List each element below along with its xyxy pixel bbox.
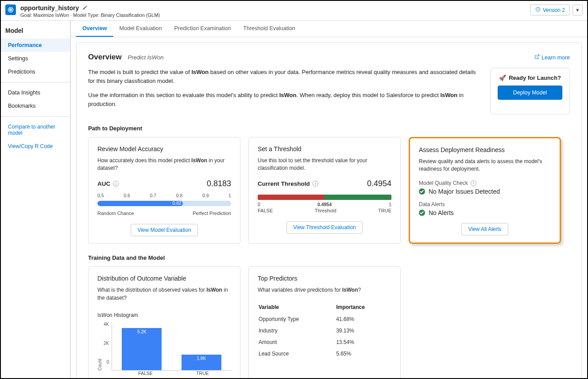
learn-more-label: Learn more (542, 55, 570, 61)
threshold-label: Current Threshold i (258, 180, 318, 187)
chevron-down-icon: ▾ (576, 7, 579, 13)
overview-panel: Overview Predict IsWon Learn more The mo… (76, 43, 582, 379)
deploy-model-button[interactable]: Deploy Model (498, 86, 562, 100)
table-row: Amount13.54% (259, 337, 391, 348)
overview-description: The model is built to predict the value … (88, 68, 478, 114)
overview-subtitle: Predict IsWon (128, 54, 164, 61)
page-subtitle: Goal: Maximize IsWon · Model Type: Binar… (20, 12, 160, 18)
header-titles: opportunity_history Goal: Maximize IsWon… (20, 4, 160, 18)
threshold-bar (258, 195, 391, 200)
rocket-icon: 🚀 (499, 74, 506, 81)
card-desc: Use this tool to set the threshold value… (258, 157, 391, 172)
clock-icon (535, 7, 541, 13)
sidebar-item-performance[interactable]: Performance (1, 39, 70, 52)
tab-model-evaluation[interactable]: Model Evaluation (113, 21, 168, 37)
info-icon[interactable]: i (471, 180, 476, 186)
histogram-bar-false: 5.2K (122, 328, 162, 370)
predictors-table: Variable Importance Opportunity Type41.6… (258, 301, 391, 360)
sidebar-item-predictions[interactable]: Predictions (1, 65, 70, 78)
quality-check-label: Model Quality Check i (419, 180, 551, 186)
tab-overview[interactable]: Overview (76, 21, 113, 37)
card-title: Set a Threshold (258, 145, 391, 152)
data-alerts-label: Data Alerts (419, 201, 551, 207)
sidebar-link-compare[interactable]: Compare to another model (1, 120, 70, 140)
tab-threshold-evaluation[interactable]: Threshold Evaluation (237, 21, 301, 37)
tab-prediction-examination[interactable]: Prediction Examination (168, 21, 237, 37)
quality-check-text: No Major Issues Detected (429, 188, 500, 195)
check-circle-icon (419, 188, 425, 195)
auc-label: AUC i (97, 180, 119, 187)
auc-ticks: 0.50.60.70.80.91 (97, 193, 231, 198)
card-model-accuracy: Review Model Accuracy How accurately doe… (88, 137, 240, 244)
auc-value: 0.8183 (207, 179, 231, 188)
table-header: Variable Importance (259, 301, 391, 313)
card-title: Distribution of Outcome Variable (97, 275, 231, 282)
auc-right-label: Perfect Prediction (193, 211, 231, 216)
data-alerts-text: No Alerts (429, 209, 454, 216)
app-icon (5, 4, 16, 15)
card-desc: Review quality and data alerts to assess… (419, 158, 551, 173)
table-row: Opportunity Type41.68% (259, 314, 391, 324)
card-desc: How accurately does this model predict I… (97, 157, 231, 172)
sidebar-title: Model (1, 21, 70, 39)
threshold-ticks: 0 0.4954 1 (258, 202, 391, 207)
col-variable: Variable (259, 301, 335, 313)
version-button[interactable]: Version 2 (530, 4, 570, 16)
view-all-alerts-button[interactable]: View All Alerts (461, 223, 508, 235)
external-link-icon (534, 54, 540, 61)
sidebar-link-r-code[interactable]: View/Copy R Code (1, 140, 70, 153)
col-importance: Importance (336, 301, 391, 313)
info-icon[interactable]: i (313, 181, 318, 187)
histogram-yticks: 4K 2K 0 (104, 322, 112, 371)
card-distribution: Distribution of Outcome Variable What is… (88, 266, 240, 379)
section-training-data: Training Data and the Model (88, 254, 570, 261)
learn-more-link[interactable]: Learn more (534, 54, 570, 61)
histogram-bar-true: 1.9K (182, 355, 221, 370)
auc-left-label: Random Chance (97, 211, 134, 216)
view-threshold-evaluation-button[interactable]: View Threshold Evaluation (286, 221, 363, 234)
section-path-to-deployment: Path to Deployment (88, 125, 570, 132)
header-menu-button[interactable]: ▾ (573, 4, 583, 16)
overview-title: Overview (88, 53, 122, 62)
card-threshold: Set a Threshold Use this tool to set the… (248, 137, 401, 244)
card-desc: What is the distribution of observed val… (97, 286, 231, 301)
launch-title: Ready for Launch? (509, 74, 561, 81)
check-circle-icon (419, 210, 425, 216)
sidebar-item-data-insights[interactable]: Data Insights (1, 86, 70, 99)
card-desc: What variables drive predictions for IsW… (258, 286, 391, 294)
card-title: Assess Deployment Readiness (419, 146, 551, 153)
divider (1, 116, 70, 117)
svg-point-0 (10, 9, 12, 11)
histogram-xticks: FALSE TRUE (117, 371, 231, 376)
card-title: Review Model Accuracy (97, 145, 231, 152)
page-title: opportunity_history (20, 4, 79, 12)
auc-fill-label: 0.82 (171, 201, 183, 206)
version-label: Version 2 (543, 7, 565, 13)
edit-icon[interactable] (82, 5, 88, 12)
threshold-labels: FALSE Threshold TRUE (258, 208, 391, 213)
view-model-evaluation-button[interactable]: View Model Evaluation (131, 224, 197, 236)
card-top-predictors: Top Predictors What variables drive pred… (248, 266, 401, 379)
histogram-title: IsWon Histogram (97, 312, 231, 318)
threshold-value: 0.4954 (367, 179, 391, 188)
sidebar-item-settings[interactable]: Settings (1, 52, 70, 65)
launch-box: 🚀 Ready for Launch? Deploy Model (490, 68, 570, 114)
histogram: IsWon Histogram Count 4K 2K 0 5.2K (97, 312, 231, 379)
table-row: Industry39.13% (259, 325, 391, 336)
sidebar: Model Performance Settings Predictions D… (1, 21, 71, 379)
card-deployment-readiness: Assess Deployment Readiness Review quali… (409, 137, 561, 244)
histogram-ylabel: Count (97, 322, 102, 371)
info-icon[interactable]: i (113, 181, 119, 187)
divider (1, 82, 70, 82)
sidebar-item-bookmarks[interactable]: Bookmarks (1, 99, 70, 113)
table-row: Lead Source5.65% (259, 348, 391, 359)
auc-bar: 0.82 (97, 201, 231, 206)
app-header: opportunity_history Goal: Maximize IsWon… (1, 1, 587, 21)
card-title: Top Predictors (258, 275, 391, 282)
tabs: Overview Model Evaluation Prediction Exa… (71, 21, 587, 37)
